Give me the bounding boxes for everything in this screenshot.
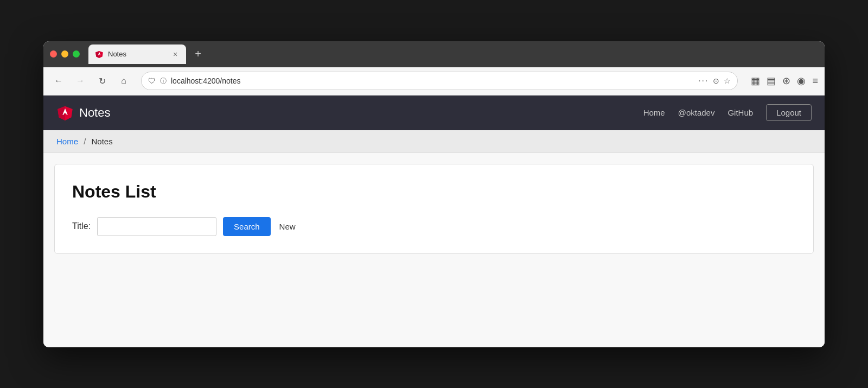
logout-button[interactable]: Logout [766, 104, 812, 121]
minimize-window-button[interactable] [61, 50, 68, 58]
nav-github-link[interactable]: GitHub [727, 108, 753, 117]
reader-icon[interactable]: ▤ [767, 75, 776, 87]
profile-icon[interactable]: ◉ [797, 75, 806, 87]
close-window-button[interactable] [50, 50, 57, 58]
breadcrumb-home-link[interactable]: Home [56, 137, 78, 146]
title-label: Title: [72, 221, 91, 231]
nav-oktadev-link[interactable]: @oktadev [678, 108, 715, 117]
app-nav: Home @oktadev GitHub Logout [643, 104, 812, 121]
browser-tab[interactable]: Notes × [88, 44, 186, 64]
new-button[interactable]: New [277, 217, 298, 236]
title-bar: Notes × + [43, 41, 825, 67]
app-logo: Notes [56, 104, 110, 122]
clock-icon[interactable]: ⊛ [782, 75, 790, 87]
nav-right-icons: ▦ ▤ ⊛ ◉ ≡ [751, 75, 818, 87]
new-tab-button[interactable]: + [190, 47, 206, 62]
content-area: Home / Notes Notes List Title: Search Ne… [43, 130, 825, 347]
search-button[interactable]: Search [223, 217, 271, 236]
app-header: Notes Home @oktadev GitHub Logout [43, 96, 825, 130]
forward-button[interactable]: → [72, 72, 89, 90]
maximize-window-button[interactable] [73, 50, 80, 58]
menu-icon[interactable]: ≡ [812, 75, 818, 87]
breadcrumb-current: Notes [92, 137, 113, 146]
main-card: Notes List Title: Search New [54, 164, 814, 254]
nav-bar: ← → ↻ ⌂ 🛡 ⓘ localhost:4200/notes ··· ⊙ ☆… [43, 67, 825, 96]
title-search-input[interactable] [97, 217, 216, 236]
breadcrumb-separator: / [84, 137, 86, 146]
info-icon: ⓘ [160, 77, 167, 86]
back-button[interactable]: ← [50, 72, 67, 90]
traffic-lights [50, 50, 80, 58]
pocket-icon: ⊙ [713, 77, 719, 85]
library-icon[interactable]: ▦ [751, 75, 760, 87]
angular-tab-icon [95, 50, 104, 59]
tab-close-button[interactable]: × [171, 50, 180, 59]
address-bar[interactable]: 🛡 ⓘ localhost:4200/notes ··· ⊙ ☆ [141, 72, 738, 90]
refresh-button[interactable]: ↻ [93, 72, 111, 90]
shield-icon: 🛡 [148, 77, 156, 85]
url-display: localhost:4200/notes [171, 77, 694, 85]
browser-window: Notes × + ← → ↻ ⌂ 🛡 ⓘ localhost:4200/not… [43, 41, 825, 347]
app-title: Notes [79, 106, 110, 120]
bookmark-icon[interactable]: ☆ [724, 77, 731, 85]
tab-label: Notes [108, 50, 167, 58]
home-button[interactable]: ⌂ [115, 72, 132, 90]
breadcrumb: Home / Notes [43, 130, 825, 153]
search-row: Title: Search New [72, 217, 796, 236]
page-title: Notes List [72, 182, 796, 202]
angular-logo-icon [56, 104, 74, 122]
more-options-icon[interactable]: ··· [698, 76, 709, 86]
nav-home-link[interactable]: Home [643, 108, 665, 117]
